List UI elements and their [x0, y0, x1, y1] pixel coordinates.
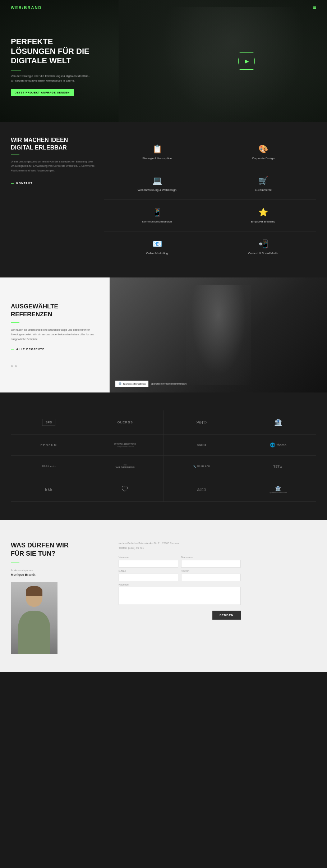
service-name-web: Webentwicklung & Webdesign [110, 188, 204, 192]
service-name-strategie: Strategie & Konzeption [110, 157, 204, 160]
telefon-label: Telefon [181, 570, 241, 572]
client-logo-sparkasse: 🏦 Sparkasse Immobilien [269, 486, 287, 493]
service-item-web[interactable]: 💻 Webentwicklung & Webdesign [104, 168, 210, 200]
client-vht: >VHT> [164, 410, 240, 435]
ref-caption-text: Sparkasse Immobilien Bremenport [151, 382, 186, 385]
client-wurlack: 🔧WURLACK [164, 456, 240, 477]
ref-caption-logo: 🏦 Sparkasse Immobilien [115, 381, 148, 387]
logo-text: WEB [11, 5, 22, 10]
hero-title: PERFEKTE LÖSUNGEN FÜR DIE DIGITALE WELT [11, 37, 90, 65]
hero-cta-button[interactable]: JETZT PROJEKT ANFRAGE SENDEN [11, 89, 74, 96]
service-item-employer[interactable]: ⭐ Employer Branding [210, 200, 316, 231]
contact-person-image [11, 582, 57, 654]
marketing-icon: 📧 [110, 239, 204, 249]
services-title: WIR MACHEN IDEEN DIGITAL ERLEBBAR [11, 137, 97, 152]
vorname-input[interactable] [119, 560, 178, 568]
services-text: Unser Leistungsspektrum reicht von der s… [11, 160, 97, 173]
service-item-marketing[interactable]: 📧 Online Marketing [104, 231, 210, 263]
all-projects-link[interactable]: ALLE PROJEKTE [11, 348, 99, 351]
references-text: Wir haben als unterschiedliche Branchen … [11, 328, 99, 341]
references-underline [11, 322, 19, 323]
client-4: 🏦 [240, 410, 317, 435]
service-item-corporate[interactable]: 🎨 Corporate Design [210, 137, 316, 168]
email-input[interactable] [119, 574, 178, 581]
client-logo-lerbs: OLERBS [117, 421, 133, 424]
service-name-employer: Employer Branding [216, 220, 310, 223]
client-sparkasse: 🏦 Sparkasse Immobilien [240, 477, 317, 502]
service-name-ecommerce: E-Commerce [216, 188, 310, 192]
hero-section: PERFEKTE LÖSUNGEN FÜR DIE DIGITALE WELT … [0, 0, 327, 122]
form-field-vorname: Vorname [119, 556, 178, 568]
client-kdo: ≈KDO [164, 435, 240, 456]
references-section: AUSGEWÄHLTE REFERENZEN Wir haben als unt… [0, 277, 327, 392]
client-hkk: hkk [11, 477, 87, 502]
contact-right: wedelo GmbH — Bahrenfelder Str. 11, 2276… [119, 541, 241, 654]
client-logo-hkk: hkk [45, 487, 53, 492]
ecommerce-icon: 🛒 [216, 176, 310, 185]
form-field-telefon: Telefon [181, 570, 241, 581]
form-row-contact: E-Mail Telefon [119, 570, 241, 581]
reference-dots [11, 365, 99, 367]
service-item-social[interactable]: 📲 Content & Social Media [210, 231, 316, 263]
logo[interactable]: WEB/BRAND [11, 5, 42, 10]
nachname-input[interactable] [181, 560, 241, 568]
contact-person-label: Ihr Ansprechpartner [11, 569, 104, 571]
client-logo-vht: >VHT> [196, 421, 207, 424]
contact-link[interactable]: KONTAKT [11, 182, 33, 185]
hero-content: PERFEKTE LÖSUNGEN FÜR DIE DIGITALE WELT … [0, 15, 101, 107]
contact-left: WAS DÜRFEN WIR FÜR SIE TUN? Ihr Ansprech… [11, 541, 104, 654]
service-name-social: Content & Social Media [216, 252, 310, 255]
menu-icon[interactable]: ≡ [313, 4, 316, 11]
contact-person-name: Monique Brandt [11, 573, 104, 577]
client-logo-pensum: PENSUM [41, 444, 57, 447]
client-logo-4: 🏦 [274, 418, 282, 426]
service-item-komm[interactable]: 📱 Kommunikationsdesign [104, 200, 210, 231]
submit-button[interactable]: Senden [212, 611, 241, 620]
client-logo-wilderness: Das WILDERNESS [116, 464, 135, 469]
site-header: WEB/BRAND ≡ [0, 0, 327, 15]
corporate-icon: 🎨 [216, 144, 310, 154]
form-row-nachricht: Nachricht [119, 583, 241, 606]
client-lerbs: OLERBS [87, 410, 164, 435]
client-pensum: PENSUM [11, 435, 87, 456]
hero-underline [11, 70, 21, 70]
references-image: 🏦 Sparkasse Immobilien Sparkasse Immobil… [110, 277, 327, 392]
client-logo-ipsen: IPSEN LOGISTICS Pflege Betrieb GmbH [114, 443, 136, 447]
dot-1[interactable] [11, 365, 13, 367]
client-fbs: FBS Lentz [11, 456, 87, 477]
contact-underline [11, 562, 19, 563]
telefon-input[interactable] [181, 574, 241, 581]
form-field-email: E-Mail [119, 570, 178, 581]
services-underline [11, 155, 19, 155]
form-field-nachname: Nachname [181, 556, 241, 568]
service-name-komm: Kommunikationsdesign [110, 220, 204, 223]
client-logo-tst: TST▲ [273, 465, 283, 468]
client-thoms: 🌐thoms [240, 435, 317, 456]
client-wilderness: Das WILDERNESS [87, 456, 164, 477]
email-label: E-Mail [119, 570, 178, 572]
services-section: WIR MACHEN IDEEN DIGITAL ERLEBBAR Unser … [0, 122, 327, 277]
contact-title: WAS DÜRFEN WIR FÜR SIE TUN? [11, 541, 104, 558]
form-field-nachricht: Nachricht [119, 583, 241, 606]
company-info: wedelo GmbH — Bahrenfelder Str. 11, 2276… [119, 541, 241, 550]
vorname-label: Vorname [119, 556, 178, 559]
client-logo-wurlack: 🔧WURLACK [193, 465, 210, 468]
services-grid: 📋 Strategie & Konzeption 🎨 Corporate Des… [104, 137, 316, 263]
strategie-icon: 📋 [110, 144, 204, 154]
client-logo-kdo: ≈KDO [197, 443, 206, 447]
form-row-name: Vorname Nachname [119, 556, 241, 568]
client-logo-shield: 🛡 [121, 485, 129, 493]
references-left: AUSGEWÄHLTE REFERENZEN Wir haben als unt… [0, 277, 110, 392]
services-description: WIR MACHEN IDEEN DIGITAL ERLEBBAR Unser … [11, 137, 104, 185]
play-button[interactable]: ▶ [238, 52, 255, 70]
client-logo-allco: allco [197, 487, 206, 492]
service-item-ecommerce[interactable]: 🛒 E-Commerce [210, 168, 316, 200]
service-name-marketing: Online Marketing [110, 252, 204, 255]
nachricht-input[interactable] [119, 587, 241, 605]
dot-2[interactable] [15, 365, 17, 367]
service-item-strategie[interactable]: 📋 Strategie & Konzeption [104, 137, 210, 168]
clients-grid: SPD OLERBS >VHT> 🏦 PENSUM IPSEN LOGISTIC… [11, 410, 316, 502]
contact-section: WAS DÜRFEN WIR FÜR SIE TUN? Ihr Ansprech… [0, 520, 327, 672]
contact-form: Vorname Nachname E-Mail Telefon [119, 556, 241, 620]
service-name-corporate: Corporate Design [216, 157, 310, 160]
